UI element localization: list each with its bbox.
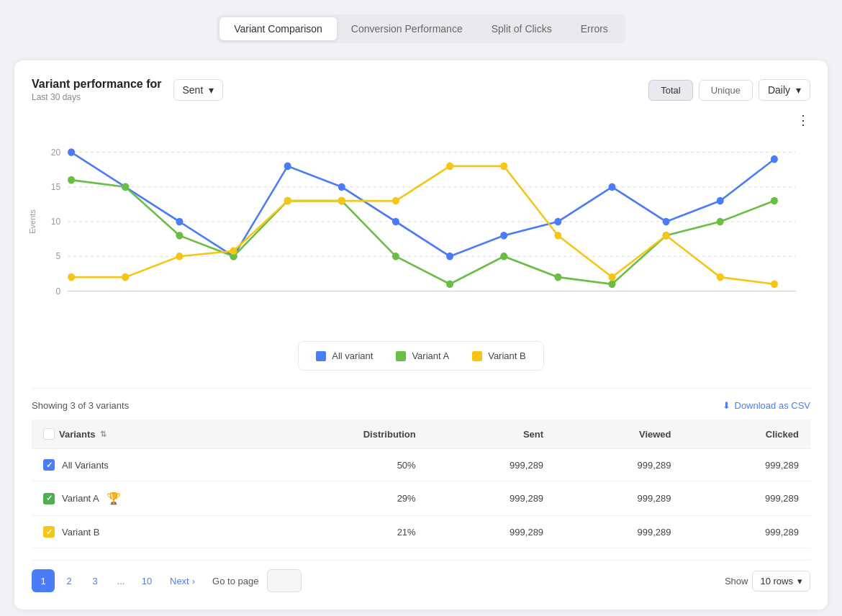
svg-text:15: 15: [51, 182, 60, 192]
chevron-down-icon: ▾: [796, 84, 801, 96]
legend-all-variant: All variant: [316, 350, 373, 361]
legend-variant-a: Variant A: [396, 350, 449, 361]
svg-point-33: [500, 253, 507, 261]
tab-errors[interactable]: Errors: [566, 17, 623, 40]
svg-point-38: [771, 197, 778, 205]
legend-label-a: Variant A: [412, 350, 449, 361]
table-row: ✓ Variant B 21% 999,289 999,289 999,289: [32, 516, 810, 548]
pagination-pages: 1 2 3 ... 10 Next › Go to page: [32, 569, 302, 592]
page-2-btn[interactable]: 2: [58, 569, 81, 592]
table-row: ✓ Variant A 🏆 29% 999,289 999,289 999,28…: [32, 481, 810, 516]
tab-conversion-performance[interactable]: Conversion Performance: [337, 17, 477, 40]
showing-text: Showing 3 of 3 variants: [32, 400, 129, 411]
svg-point-22: [663, 218, 670, 226]
svg-point-26: [122, 183, 129, 191]
cell-distribution: 21%: [258, 516, 427, 548]
download-csv-button[interactable]: ⬇ Download as CSV: [723, 400, 811, 411]
header-right: Total Unique Daily ▾: [648, 79, 810, 101]
card-subtitle: Last 30 days: [32, 92, 162, 102]
unique-toggle-btn[interactable]: Unique: [699, 80, 753, 101]
metric-dropdown[interactable]: Sent ▾: [173, 79, 224, 101]
cell-sent: 999,289: [427, 481, 555, 516]
svg-point-40: [122, 273, 129, 281]
cell-variant-name: ✓ Variant A 🏆: [32, 481, 258, 516]
cell-variant-name: ✓ All Variants: [32, 449, 258, 481]
cell-viewed: 999,289: [555, 449, 682, 481]
table-row: ✓ All Variants 50% 999,289 999,289 999,2…: [32, 449, 810, 481]
chevron-down-icon: ▾: [209, 84, 214, 96]
svg-text:5: 5: [55, 251, 60, 261]
svg-point-13: [176, 218, 183, 226]
row-checkbox[interactable]: ✓: [43, 459, 55, 471]
col-header-sent: Sent: [427, 420, 555, 449]
legend-label-b: Variant B: [488, 350, 526, 361]
card-header: Variant performance for Last 30 days Sen…: [32, 78, 810, 102]
row-checkbox[interactable]: ✓: [43, 493, 55, 504]
page-10-btn[interactable]: 10: [135, 569, 158, 592]
svg-point-19: [500, 232, 507, 240]
svg-point-23: [717, 197, 724, 205]
legend-dot-b: [472, 351, 482, 361]
svg-point-49: [608, 273, 615, 281]
svg-point-42: [230, 247, 237, 255]
tab-navigation: Variant Comparison Conversion Performanc…: [217, 14, 625, 43]
svg-point-45: [392, 197, 399, 205]
cell-clicked: 999,289: [683, 481, 810, 516]
chevron-down-icon: ▾: [797, 576, 802, 586]
chart-container: ⋮ Events 0 5 10 15 20: [32, 114, 810, 330]
svg-point-47: [500, 163, 507, 171]
table-section: Showing 3 of 3 variants ⬇ Download as CS…: [32, 388, 810, 548]
cell-sent: 999,289: [427, 516, 555, 548]
total-toggle-btn[interactable]: Total: [648, 80, 692, 101]
cell-clicked: 999,289: [683, 516, 810, 548]
svg-point-39: [68, 273, 75, 281]
header-left: Variant performance for Last 30 days Sen…: [32, 78, 223, 102]
row-checkbox[interactable]: ✓: [43, 526, 55, 538]
cell-viewed: 999,289: [555, 481, 682, 516]
svg-text:10: 10: [51, 217, 60, 227]
select-all-checkbox[interactable]: [43, 428, 55, 440]
svg-point-37: [717, 218, 724, 226]
svg-point-51: [717, 273, 724, 281]
sort-icon[interactable]: ⇅: [100, 430, 107, 439]
svg-point-34: [554, 273, 561, 281]
chart-legend: All variant Variant A Variant B: [298, 341, 543, 371]
svg-point-44: [338, 197, 345, 205]
variant-name: Variant A: [62, 493, 99, 504]
main-card: Variant performance for Last 30 days Sen…: [14, 60, 828, 610]
variant-name: All Variants: [62, 460, 109, 471]
goto-page-input[interactable]: [267, 569, 302, 592]
svg-point-31: [392, 253, 399, 261]
pagination-bar: 1 2 3 ... 10 Next › Go to page Show 10 r…: [32, 560, 810, 592]
svg-point-16: [338, 183, 345, 191]
cell-distribution: 29%: [258, 481, 427, 516]
cell-clicked: 999,289: [683, 449, 810, 481]
more-options-icon[interactable]: ⋮: [797, 114, 810, 127]
period-dropdown[interactable]: Daily ▾: [759, 79, 810, 101]
legend-dot-a: [396, 351, 406, 361]
variants-table: Variants ⇅ Distribution Sent Viewed Clic…: [32, 420, 810, 548]
trophy-icon: 🏆: [107, 492, 121, 505]
legend-dot-all: [316, 351, 326, 361]
next-page-btn[interactable]: Next ›: [161, 571, 204, 591]
cell-variant-name: ✓ Variant B: [32, 516, 258, 548]
svg-text:20: 20: [51, 147, 60, 157]
y-axis-label: Events: [28, 209, 37, 234]
svg-point-52: [771, 280, 778, 288]
page-1-btn[interactable]: 1: [32, 569, 55, 592]
table-meta: Showing 3 of 3 variants ⬇ Download as CS…: [32, 400, 810, 411]
svg-point-46: [446, 163, 453, 171]
chevron-right-icon: ›: [192, 576, 195, 586]
svg-point-18: [446, 253, 453, 261]
col-header-clicked: Clicked: [683, 420, 810, 449]
rows-per-page-dropdown[interactable]: 10 rows ▾: [752, 571, 810, 592]
show-label: Show: [725, 576, 748, 586]
download-icon: ⬇: [723, 400, 730, 411]
svg-point-27: [176, 232, 183, 240]
tab-variant-comparison[interactable]: Variant Comparison: [219, 17, 337, 40]
cell-distribution: 50%: [258, 449, 427, 481]
tab-split-of-clicks[interactable]: Split of Clicks: [477, 17, 566, 40]
svg-point-21: [608, 183, 615, 191]
goto-label: Go to page: [212, 576, 258, 586]
page-3-btn[interactable]: 3: [83, 569, 107, 592]
